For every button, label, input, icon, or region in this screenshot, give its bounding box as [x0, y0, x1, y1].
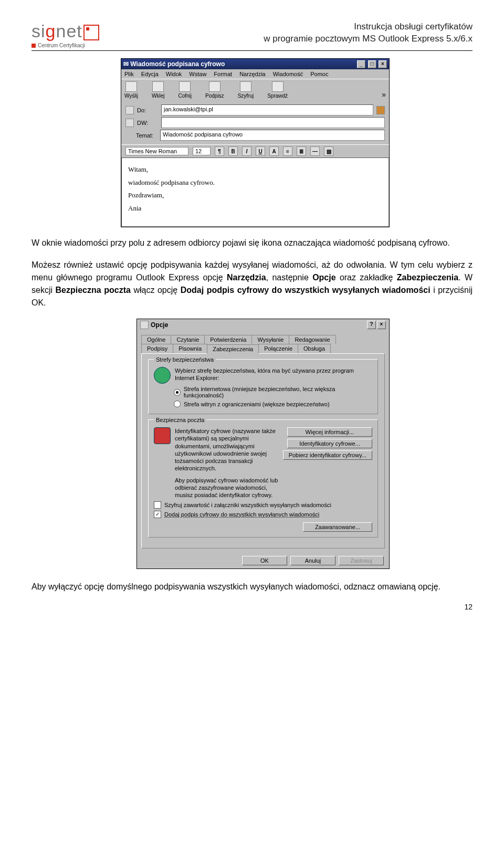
get-digital-id-button[interactable]: Pobierz identyfikator cyfrowy...	[283, 450, 372, 460]
window-title: Wiadomość podpisana cyfrowo	[130, 60, 225, 68]
close-button[interactable]: ×	[377, 321, 386, 329]
menu-edycja[interactable]: Edycja	[141, 71, 159, 77]
menu-plik[interactable]: Plik	[124, 71, 134, 77]
apply-button[interactable]: Zastosuj	[339, 556, 384, 565]
italic-button[interactable]: I	[242, 146, 251, 156]
radio-restricted-zone[interactable]: Strefa witryn z ograniczeniami (większe …	[174, 401, 372, 407]
logo: signet Centrum Certyfikacji	[32, 21, 99, 48]
radio-icon	[174, 389, 181, 396]
format-toolbar: Times New Roman 12 ¶ B I U A ≡ ≣ — ▧	[121, 144, 389, 157]
paragraph-icon[interactable]: ¶	[215, 146, 224, 156]
to-field[interactable]: jan.kowalski@tpi.pl	[161, 104, 373, 115]
send-icon	[125, 81, 137, 92]
group-security-zones: Strefy bezpieczeństwa Wybierz strefę bez…	[148, 359, 378, 414]
align-left-button[interactable]: ≡	[283, 146, 292, 156]
dialog-titlebar: Opcje ?×	[137, 319, 389, 331]
checkbox-encrypt-all[interactable]: Szyfruj zawartość i załączniki wszystkic…	[154, 501, 372, 509]
more-info-button[interactable]: Więcej informacji...	[287, 427, 372, 437]
minimize-button[interactable]: _	[357, 60, 365, 68]
menubar: Plik Edycja Widok Wstaw Format Narzędzia…	[121, 69, 389, 79]
toolbar-check-button[interactable]: Sprawdź	[267, 81, 288, 99]
group-title: Strefy bezpieczeństwa	[154, 356, 216, 363]
signed-badge-icon	[376, 106, 385, 114]
toolbar: Wyślij Wklej Cofnij Podpisz Szyfruj Spra…	[121, 79, 389, 101]
toolbar-send-button[interactable]: Wyślij	[124, 81, 138, 99]
logo-part-net: net	[56, 21, 82, 41]
logo-part-g: g	[46, 21, 56, 41]
logo-subtitle: Centrum Certyfikacji	[32, 43, 99, 48]
tab-obsluga[interactable]: Obsługa	[298, 344, 331, 353]
body-line: Witam,	[128, 163, 382, 176]
screenshot-options-dialog: Opcje ?× Ogólne Czytanie Potwierdzenia W…	[136, 319, 390, 569]
doc-title-line1: Instrukcja obsługi certyfikatów	[264, 21, 472, 33]
hr-button[interactable]: —	[310, 146, 320, 156]
toolbar-paste-button[interactable]: Wklej	[152, 81, 164, 99]
square-icon	[32, 44, 36, 48]
menu-wiadomosc[interactable]: Wiadomość	[273, 71, 303, 77]
group-description: Wybierz strefę bezpieczeństwa, która ma …	[175, 367, 372, 382]
group-title: Bezpieczna poczta	[154, 417, 206, 423]
maximize-button[interactable]: □	[368, 60, 376, 68]
tab-podpisy[interactable]: Podpisy	[141, 344, 173, 353]
page-number: 12	[464, 603, 472, 611]
tab-wysylanie[interactable]: Wysyłanie	[251, 335, 289, 344]
tab-polaczenie[interactable]: Połączenie	[258, 344, 298, 353]
logo-mark-icon	[83, 25, 99, 40]
font-size-select[interactable]: 12	[193, 147, 211, 155]
tab-pisownia[interactable]: Pisownia	[173, 344, 207, 353]
subject-label: Temat:	[136, 132, 157, 139]
toolbar-undo-button[interactable]: Cofnij	[178, 81, 192, 99]
screenshot-compose-window: ✉ Wiadomość podpisana cyfrowo _ □ × Plik…	[121, 58, 390, 227]
menu-wstaw[interactable]: Wstaw	[189, 71, 206, 77]
dialog-icon	[140, 321, 149, 329]
menu-pomoc[interactable]: Pomoc	[310, 71, 328, 77]
advanced-button[interactable]: Zaawansowane...	[303, 522, 372, 532]
check-icon	[272, 81, 284, 92]
help-button[interactable]: ?	[367, 321, 376, 329]
menu-format[interactable]: Format	[214, 71, 232, 77]
to-label: Do:	[137, 107, 158, 113]
sign-icon	[209, 81, 220, 92]
page-header: signet Centrum Certyfikacji Instrukcja o…	[32, 21, 472, 51]
close-button[interactable]: ×	[379, 60, 387, 68]
globe-icon	[154, 367, 171, 384]
align-justify-button[interactable]: ≣	[297, 146, 306, 156]
encrypt-icon	[240, 81, 251, 92]
addressbook-icon[interactable]	[125, 119, 134, 127]
tab-czytanie[interactable]: Czytanie	[171, 335, 205, 344]
checkbox-icon	[154, 511, 161, 518]
cc-label: DW:	[137, 120, 158, 126]
body-line: wiadomość podpisana cyfrowo.	[128, 176, 382, 189]
ok-button[interactable]: OK	[242, 556, 287, 565]
subject-field[interactable]: Wiadomość podpisana cyfrowo	[160, 130, 385, 141]
cancel-button[interactable]: Anuluj	[290, 556, 335, 565]
dialog-buttons: OK Anuluj Zastosuj	[137, 553, 389, 568]
menu-narzedzia[interactable]: Narzędzia	[239, 71, 266, 77]
addressbook-icon[interactable]	[125, 106, 134, 114]
tab-redagowanie[interactable]: Redagowanie	[289, 335, 335, 344]
toolbar-overflow-icon[interactable]: »	[382, 90, 386, 99]
logo-part-si: si	[32, 21, 46, 41]
underline-button[interactable]: U	[256, 146, 265, 156]
message-body[interactable]: Witam, wiadomość podpisana cyfrowo. Pozd…	[121, 157, 389, 227]
body-line: Ania	[128, 202, 382, 215]
bold-button[interactable]: B	[228, 146, 238, 156]
document-title: Instrukcja obsługi certyfikatów w progra…	[264, 21, 472, 45]
toolbar-sign-button[interactable]: Podpisz	[205, 81, 224, 99]
checkbox-sign-all[interactable]: Dodaj podpis cyfrowy do wszystkich wysył…	[154, 511, 372, 518]
image-button[interactable]: ▧	[324, 146, 333, 156]
tab-ogolne[interactable]: Ogólne	[141, 335, 171, 344]
radio-internet-zone[interactable]: Strefa internetowa (mniejsze bezpieczeńs…	[174, 386, 372, 398]
paste-icon	[152, 81, 164, 92]
font-name-select[interactable]: Times New Roman	[125, 147, 188, 155]
secure-mail-text-1: Identyfikatory cyfrowe (nazywane także c…	[175, 427, 279, 472]
tab-potwierdzenia[interactable]: Potwierdzenia	[204, 335, 252, 344]
certificate-icon	[154, 427, 171, 444]
digital-ids-button[interactable]: Identyfikatory cyfrowe...	[287, 439, 372, 448]
cc-field[interactable]	[161, 117, 385, 128]
toolbar-encrypt-button[interactable]: Szyfruj	[238, 81, 254, 99]
tab-zabezpieczenia[interactable]: Zabezpieczenia	[207, 344, 259, 354]
menu-widok[interactable]: Widok	[166, 71, 182, 77]
radio-icon	[174, 401, 181, 407]
font-color-button[interactable]: A	[269, 146, 279, 156]
